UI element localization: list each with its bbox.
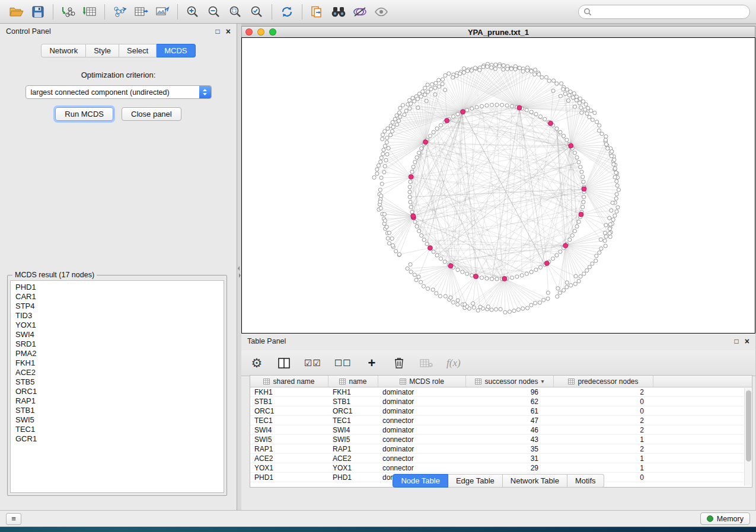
- tab-network[interactable]: Network: [41, 44, 86, 57]
- result-item[interactable]: ACE2: [11, 368, 224, 377]
- tab-network-table[interactable]: Network Table: [503, 474, 567, 488]
- add-icon[interactable]: +: [365, 355, 379, 371]
- tab-edge-table[interactable]: Edge Table: [448, 474, 503, 488]
- status-menu-button[interactable]: ≡: [6, 513, 21, 525]
- export-image-button[interactable]: [152, 3, 173, 21]
- memory-button[interactable]: Memory: [700, 512, 750, 525]
- delete-button[interactable]: [392, 355, 406, 371]
- tab-style[interactable]: Style: [86, 44, 119, 57]
- filter-arrow-icon[interactable]: ▾: [541, 378, 544, 384]
- float-window-icon[interactable]: □: [216, 28, 220, 35]
- show-hide-button[interactable]: [371, 3, 392, 21]
- float-window-icon[interactable]: □: [735, 338, 739, 345]
- zoom-fit-button[interactable]: [225, 3, 246, 21]
- result-item[interactable]: YOX1: [11, 321, 224, 330]
- table-row[interactable]: FKH1FKH1dominator962: [250, 387, 744, 397]
- result-item[interactable]: STP4: [11, 302, 224, 311]
- result-item[interactable]: FKH1: [11, 358, 224, 368]
- column-header-label: successor nodes: [484, 377, 538, 386]
- compare-icon: [353, 6, 367, 18]
- zoom-selected-button[interactable]: [246, 3, 267, 21]
- memory-label: Memory: [717, 515, 744, 523]
- column-header-MCDS-role[interactable]: MCDS role: [378, 376, 466, 387]
- export-table-button[interactable]: [130, 3, 152, 21]
- table-panel: Table Panel □ × ⚙ ☑☑ ☐☐ +: [241, 334, 755, 510]
- table-row[interactable]: RAP1RAP1dominator352: [250, 444, 744, 454]
- save-button[interactable]: [27, 3, 49, 21]
- column-header-successor-nodes[interactable]: successor nodes▾: [466, 376, 554, 387]
- table-cell: 0: [554, 406, 653, 416]
- result-item[interactable]: SWI4: [11, 330, 224, 339]
- table-cell: 2: [554, 425, 653, 435]
- result-item[interactable]: TEC1: [11, 425, 224, 434]
- refresh-icon: [280, 6, 294, 18]
- folder-icon: [9, 6, 24, 18]
- result-item[interactable]: SRD1: [11, 339, 224, 349]
- column-header-predecessor-nodes[interactable]: predecessor nodes: [554, 376, 653, 387]
- toolbar-separator: [53, 4, 53, 20]
- open-file-button[interactable]: [6, 3, 27, 21]
- table-cell: YOX1: [328, 463, 378, 473]
- result-item[interactable]: GCR1: [11, 434, 224, 444]
- table-row[interactable]: SWI4SWI4dominator462: [250, 425, 744, 435]
- find-button[interactable]: [328, 3, 349, 21]
- result-item[interactable]: PMA2: [11, 349, 224, 358]
- table-cell: connector: [378, 435, 466, 444]
- result-item[interactable]: STB1: [11, 406, 224, 415]
- column-header-name[interactable]: name: [328, 376, 378, 387]
- result-item[interactable]: ORC1: [11, 387, 224, 396]
- close-panel-button[interactable]: Close panel: [122, 107, 181, 121]
- table-cell: TEC1: [250, 416, 328, 425]
- result-item[interactable]: PHD1: [11, 283, 224, 292]
- mcds-result-list[interactable]: PHD1CAR1STP4TID3YOX1SWI4SRD1PMA2FKH1ACE2…: [10, 280, 224, 493]
- scrollbar-thumb[interactable]: [746, 390, 751, 462]
- search-field[interactable]: [578, 5, 750, 19]
- table-row[interactable]: ORC1ORC1dominator610: [250, 406, 744, 416]
- run-mcds-button[interactable]: Run MCDS: [55, 107, 113, 121]
- table-cell: RAP1: [250, 444, 328, 454]
- result-item[interactable]: SWI5: [11, 415, 224, 425]
- select-all-icon[interactable]: ☑☑: [304, 355, 321, 371]
- cytoscape-app-window: Control Panel □ × Network Style Select M…: [0, 0, 756, 527]
- close-icon[interactable]: ×: [226, 27, 231, 36]
- optimization-criterion-select[interactable]: largest connected component (undirected): [25, 85, 212, 99]
- result-item[interactable]: CAR1: [11, 292, 224, 302]
- column-header-label: name: [349, 377, 366, 386]
- gear-icon[interactable]: ⚙: [250, 355, 264, 371]
- zoom-out-button[interactable]: [203, 3, 225, 21]
- table-row[interactable]: SWI5SWI5connector431: [250, 435, 744, 444]
- panel-splitter[interactable]: [237, 24, 241, 510]
- optimization-criterion-label: Optimization criterion:: [0, 70, 237, 79]
- column-header-label: predecessor nodes: [578, 377, 638, 386]
- column-settings-icon[interactable]: [277, 355, 291, 371]
- table-scrollbar[interactable]: [744, 388, 751, 486]
- network-graph[interactable]: FKH1ORC1STB1TEC1SWI4SWI5RAP1ACE2YOX1PHD1…: [242, 38, 755, 333]
- tab-mcds[interactable]: MCDS: [157, 44, 195, 57]
- result-item[interactable]: RAP1: [11, 396, 224, 406]
- unselect-all-icon[interactable]: ☐☐: [334, 355, 352, 371]
- table-row[interactable]: TEC1TEC1connector472: [250, 416, 744, 425]
- table-row[interactable]: ACE2ACE2connector311: [250, 454, 744, 463]
- tab-node-table[interactable]: Node Table: [393, 474, 448, 488]
- export-network-button[interactable]: [109, 3, 130, 21]
- network-window-titlebar[interactable]: YPA_prune.txt_1: [241, 26, 755, 37]
- tab-motifs[interactable]: Motifs: [567, 474, 604, 488]
- import-table-button[interactable]: [79, 3, 100, 21]
- search-input[interactable]: [595, 8, 745, 16]
- dropdown-stepper[interactable]: [199, 86, 211, 98]
- table-column-icon: [568, 379, 575, 384]
- tab-select[interactable]: Select: [119, 44, 157, 57]
- clone-network-button[interactable]: [307, 3, 328, 21]
- compare-networks-button[interactable]: [349, 3, 371, 21]
- table-row[interactable]: STB1STB1dominator620: [250, 397, 744, 406]
- close-icon[interactable]: ×: [745, 337, 749, 345]
- apply-layout-button[interactable]: [276, 3, 298, 21]
- column-header-shared-name[interactable]: shared name: [250, 376, 328, 387]
- result-item[interactable]: TID3: [11, 311, 224, 321]
- network-canvas[interactable]: FKH1ORC1STB1TEC1SWI4SWI5RAP1ACE2YOX1PHD1…: [241, 37, 755, 334]
- import-network-button[interactable]: [58, 3, 79, 21]
- table-row[interactable]: YOX1YOX1connector291: [250, 463, 744, 473]
- zoom-in-button[interactable]: [182, 3, 203, 21]
- export-network-icon: [113, 6, 127, 18]
- result-item[interactable]: STB5: [11, 377, 224, 387]
